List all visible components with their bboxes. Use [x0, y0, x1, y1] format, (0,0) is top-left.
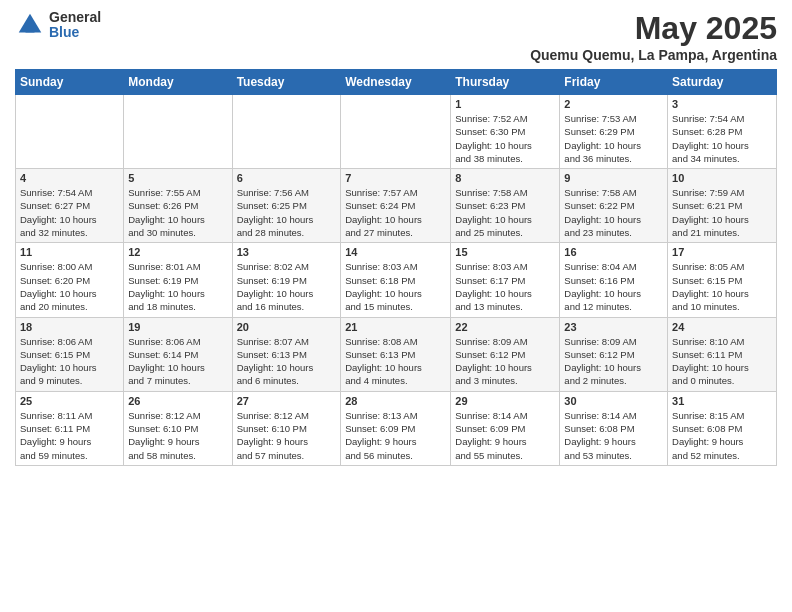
day-number: 1	[455, 98, 555, 110]
day-number: 5	[128, 172, 227, 184]
svg-rect-1	[26, 27, 35, 33]
cell-content: Sunrise: 8:03 AM Sunset: 6:17 PM Dayligh…	[455, 260, 555, 313]
logo-blue-text: Blue	[49, 25, 101, 40]
calendar-week-row: 25Sunrise: 8:11 AM Sunset: 6:11 PM Dayli…	[16, 391, 777, 465]
day-number: 18	[20, 321, 119, 333]
day-number: 26	[128, 395, 227, 407]
day-number: 7	[345, 172, 446, 184]
calendar-cell: 17Sunrise: 8:05 AM Sunset: 6:15 PM Dayli…	[668, 243, 777, 317]
calendar-cell	[232, 95, 341, 169]
cell-content: Sunrise: 7:59 AM Sunset: 6:21 PM Dayligh…	[672, 186, 772, 239]
day-number: 28	[345, 395, 446, 407]
calendar-week-row: 18Sunrise: 8:06 AM Sunset: 6:15 PM Dayli…	[16, 317, 777, 391]
calendar-week-row: 4Sunrise: 7:54 AM Sunset: 6:27 PM Daylig…	[16, 169, 777, 243]
location-text: Quemu Quemu, La Pampa, Argentina	[530, 47, 777, 63]
calendar-cell: 15Sunrise: 8:03 AM Sunset: 6:17 PM Dayli…	[451, 243, 560, 317]
cell-content: Sunrise: 8:03 AM Sunset: 6:18 PM Dayligh…	[345, 260, 446, 313]
col-header-monday: Monday	[124, 70, 232, 95]
cell-content: Sunrise: 8:14 AM Sunset: 6:09 PM Dayligh…	[455, 409, 555, 462]
page-header: General Blue May 2025 Quemu Quemu, La Pa…	[15, 10, 777, 63]
day-number: 9	[564, 172, 663, 184]
calendar-week-row: 11Sunrise: 8:00 AM Sunset: 6:20 PM Dayli…	[16, 243, 777, 317]
logo-text: General Blue	[49, 10, 101, 41]
calendar-cell: 29Sunrise: 8:14 AM Sunset: 6:09 PM Dayli…	[451, 391, 560, 465]
title-block: May 2025 Quemu Quemu, La Pampa, Argentin…	[530, 10, 777, 63]
day-number: 8	[455, 172, 555, 184]
logo: General Blue	[15, 10, 101, 41]
calendar-cell	[124, 95, 232, 169]
calendar-week-row: 1Sunrise: 7:52 AM Sunset: 6:30 PM Daylig…	[16, 95, 777, 169]
cell-content: Sunrise: 8:12 AM Sunset: 6:10 PM Dayligh…	[237, 409, 337, 462]
calendar-cell: 5Sunrise: 7:55 AM Sunset: 6:26 PM Daylig…	[124, 169, 232, 243]
col-header-thursday: Thursday	[451, 70, 560, 95]
cell-content: Sunrise: 8:09 AM Sunset: 6:12 PM Dayligh…	[564, 335, 663, 388]
calendar-cell: 20Sunrise: 8:07 AM Sunset: 6:13 PM Dayli…	[232, 317, 341, 391]
cell-content: Sunrise: 7:53 AM Sunset: 6:29 PM Dayligh…	[564, 112, 663, 165]
cell-content: Sunrise: 7:54 AM Sunset: 6:27 PM Dayligh…	[20, 186, 119, 239]
calendar-cell: 2Sunrise: 7:53 AM Sunset: 6:29 PM Daylig…	[560, 95, 668, 169]
logo-icon	[15, 10, 45, 40]
cell-content: Sunrise: 8:14 AM Sunset: 6:08 PM Dayligh…	[564, 409, 663, 462]
calendar-cell: 7Sunrise: 7:57 AM Sunset: 6:24 PM Daylig…	[341, 169, 451, 243]
col-header-sunday: Sunday	[16, 70, 124, 95]
calendar-cell: 26Sunrise: 8:12 AM Sunset: 6:10 PM Dayli…	[124, 391, 232, 465]
calendar-cell: 31Sunrise: 8:15 AM Sunset: 6:08 PM Dayli…	[668, 391, 777, 465]
calendar-cell: 27Sunrise: 8:12 AM Sunset: 6:10 PM Dayli…	[232, 391, 341, 465]
calendar-cell: 6Sunrise: 7:56 AM Sunset: 6:25 PM Daylig…	[232, 169, 341, 243]
day-number: 19	[128, 321, 227, 333]
cell-content: Sunrise: 8:04 AM Sunset: 6:16 PM Dayligh…	[564, 260, 663, 313]
day-number: 4	[20, 172, 119, 184]
cell-content: Sunrise: 8:13 AM Sunset: 6:09 PM Dayligh…	[345, 409, 446, 462]
calendar-cell: 18Sunrise: 8:06 AM Sunset: 6:15 PM Dayli…	[16, 317, 124, 391]
day-number: 12	[128, 246, 227, 258]
calendar-cell: 10Sunrise: 7:59 AM Sunset: 6:21 PM Dayli…	[668, 169, 777, 243]
cell-content: Sunrise: 8:05 AM Sunset: 6:15 PM Dayligh…	[672, 260, 772, 313]
day-number: 24	[672, 321, 772, 333]
cell-content: Sunrise: 8:02 AM Sunset: 6:19 PM Dayligh…	[237, 260, 337, 313]
day-number: 21	[345, 321, 446, 333]
calendar-cell: 22Sunrise: 8:09 AM Sunset: 6:12 PM Dayli…	[451, 317, 560, 391]
cell-content: Sunrise: 8:00 AM Sunset: 6:20 PM Dayligh…	[20, 260, 119, 313]
day-number: 23	[564, 321, 663, 333]
calendar-cell: 21Sunrise: 8:08 AM Sunset: 6:13 PM Dayli…	[341, 317, 451, 391]
calendar-cell: 28Sunrise: 8:13 AM Sunset: 6:09 PM Dayli…	[341, 391, 451, 465]
calendar-cell: 1Sunrise: 7:52 AM Sunset: 6:30 PM Daylig…	[451, 95, 560, 169]
cell-content: Sunrise: 8:11 AM Sunset: 6:11 PM Dayligh…	[20, 409, 119, 462]
logo-general-text: General	[49, 10, 101, 25]
cell-content: Sunrise: 8:09 AM Sunset: 6:12 PM Dayligh…	[455, 335, 555, 388]
calendar-cell	[341, 95, 451, 169]
day-number: 3	[672, 98, 772, 110]
day-number: 25	[20, 395, 119, 407]
cell-content: Sunrise: 8:15 AM Sunset: 6:08 PM Dayligh…	[672, 409, 772, 462]
cell-content: Sunrise: 7:54 AM Sunset: 6:28 PM Dayligh…	[672, 112, 772, 165]
day-number: 14	[345, 246, 446, 258]
calendar-cell: 19Sunrise: 8:06 AM Sunset: 6:14 PM Dayli…	[124, 317, 232, 391]
day-number: 6	[237, 172, 337, 184]
col-header-saturday: Saturday	[668, 70, 777, 95]
calendar-cell: 8Sunrise: 7:58 AM Sunset: 6:23 PM Daylig…	[451, 169, 560, 243]
cell-content: Sunrise: 7:56 AM Sunset: 6:25 PM Dayligh…	[237, 186, 337, 239]
day-number: 11	[20, 246, 119, 258]
day-number: 27	[237, 395, 337, 407]
calendar-cell: 24Sunrise: 8:10 AM Sunset: 6:11 PM Dayli…	[668, 317, 777, 391]
day-number: 29	[455, 395, 555, 407]
calendar-cell: 16Sunrise: 8:04 AM Sunset: 6:16 PM Dayli…	[560, 243, 668, 317]
cell-content: Sunrise: 7:58 AM Sunset: 6:22 PM Dayligh…	[564, 186, 663, 239]
calendar-cell: 23Sunrise: 8:09 AM Sunset: 6:12 PM Dayli…	[560, 317, 668, 391]
col-header-wednesday: Wednesday	[341, 70, 451, 95]
calendar-cell: 9Sunrise: 7:58 AM Sunset: 6:22 PM Daylig…	[560, 169, 668, 243]
calendar-cell: 13Sunrise: 8:02 AM Sunset: 6:19 PM Dayli…	[232, 243, 341, 317]
calendar-cell: 11Sunrise: 8:00 AM Sunset: 6:20 PM Dayli…	[16, 243, 124, 317]
day-number: 13	[237, 246, 337, 258]
day-number: 15	[455, 246, 555, 258]
day-number: 2	[564, 98, 663, 110]
cell-content: Sunrise: 7:52 AM Sunset: 6:30 PM Dayligh…	[455, 112, 555, 165]
calendar-cell: 14Sunrise: 8:03 AM Sunset: 6:18 PM Dayli…	[341, 243, 451, 317]
cell-content: Sunrise: 8:06 AM Sunset: 6:14 PM Dayligh…	[128, 335, 227, 388]
cell-content: Sunrise: 7:58 AM Sunset: 6:23 PM Dayligh…	[455, 186, 555, 239]
month-title: May 2025	[530, 10, 777, 47]
cell-content: Sunrise: 8:10 AM Sunset: 6:11 PM Dayligh…	[672, 335, 772, 388]
cell-content: Sunrise: 8:06 AM Sunset: 6:15 PM Dayligh…	[20, 335, 119, 388]
cell-content: Sunrise: 8:08 AM Sunset: 6:13 PM Dayligh…	[345, 335, 446, 388]
cell-content: Sunrise: 8:07 AM Sunset: 6:13 PM Dayligh…	[237, 335, 337, 388]
